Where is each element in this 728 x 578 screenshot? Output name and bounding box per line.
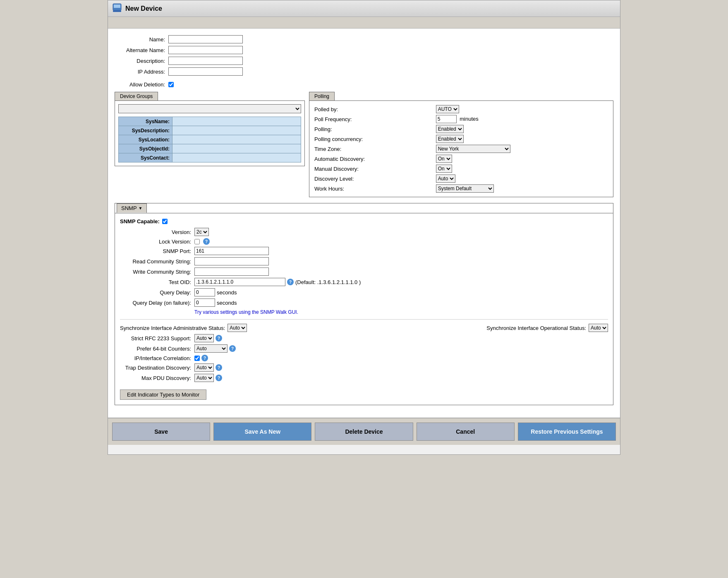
snmp-query-delay-failure-input[interactable]	[194, 299, 215, 307]
snmp-tab-label: SNMP	[121, 205, 137, 211]
polling-row: Polling: Enabled	[313, 124, 610, 134]
snmp-walk-link[interactable]: Try various settings using the SNMP Walk…	[194, 309, 298, 315]
snmp-query-delay-input[interactable]	[194, 288, 215, 296]
time-zone-select[interactable]: New York	[436, 145, 510, 153]
description-row: Description:	[115, 57, 613, 65]
device-groups-select-row	[118, 104, 301, 113]
svg-rect-2	[113, 10, 121, 12]
polling-cell: Enabled	[434, 124, 610, 134]
table-row: SysContact:	[119, 153, 301, 162]
table-row: SysLocation:	[119, 135, 301, 144]
manual-discovery-select[interactable]: On	[436, 165, 452, 173]
polled-by-select[interactable]: AUTO	[436, 105, 459, 113]
discovery-level-label: Discovery Level:	[313, 174, 434, 184]
basic-fields: Name: Alternate Name: Description: IP Ad…	[115, 35, 613, 76]
snmp-read-community-input[interactable]	[194, 257, 269, 265]
polling-concurrency-select[interactable]: Enabled	[436, 135, 464, 143]
snmp-query-delay-label: Query Delay:	[120, 289, 194, 296]
polling-content: Polled by: AUTO Poll Frequency:	[309, 101, 613, 197]
name-label: Name:	[115, 36, 168, 43]
ip-correlation-help-icon[interactable]: ?	[201, 355, 208, 361]
snmp-port-input[interactable]	[194, 247, 269, 255]
svg-rect-1	[114, 5, 120, 8]
lock-version-help-icon[interactable]: ?	[203, 238, 210, 245]
polling-concurrency-label: Polling concurrency:	[313, 134, 434, 144]
sync-admin-left: Synchronize Interface Administrative Sta…	[120, 324, 247, 332]
sys-objectid-value	[172, 144, 301, 153]
ip-correlation-checkbox[interactable]	[194, 356, 200, 361]
name-input[interactable]	[168, 35, 243, 43]
restore-button[interactable]: Restore Previous Settings	[518, 423, 616, 441]
ip-address-label: IP Address:	[115, 69, 168, 75]
allow-deletion-checkbox[interactable]	[168, 82, 174, 87]
snmp-port-row: SNMP Port:	[120, 247, 608, 255]
page-title: New Device	[125, 5, 162, 12]
snmp-test-oid-input[interactable]	[194, 278, 285, 286]
snmp-section: SNMP ▼ SNMP Capable: Version: 2c 1 3	[115, 203, 613, 405]
snmp-version-select[interactable]: 2c 1 3	[194, 228, 209, 236]
sync-oper-label: Synchronize Interface Operational Status…	[486, 325, 586, 331]
snmp-tab[interactable]: SNMP ▼	[117, 203, 147, 213]
polling-select[interactable]: Enabled	[436, 125, 464, 133]
trap-dest-select[interactable]: Auto	[194, 363, 214, 372]
edit-indicator-button[interactable]: Edit Indicator Types to Monitor	[120, 389, 206, 400]
device-groups-tab[interactable]: Device Groups	[115, 92, 158, 101]
snmp-capable-checkbox[interactable]	[162, 219, 168, 224]
snmp-walk-row: Try various settings using the SNMP Walk…	[194, 309, 608, 315]
test-oid-help-icon[interactable]: ?	[287, 279, 294, 285]
manual-discovery-row: Manual Discovery: On	[313, 164, 610, 174]
discovery-level-row: Discovery Level: Auto	[313, 174, 610, 184]
snmp-version-row: Version: 2c 1 3	[120, 228, 608, 236]
prefer-64-row: Prefer 64-bit Counters: Auto ?	[120, 344, 608, 353]
auto-discovery-row: Automatic Discovery: On	[313, 154, 610, 164]
work-hours-cell: System Default	[434, 184, 610, 193]
snmp-write-community-label: Write Community String:	[120, 269, 194, 275]
ip-correlation-row: IP/Interface Correlation: ?	[120, 355, 608, 361]
sys-name-value	[172, 117, 301, 126]
snmp-capable-label: SNMP Capable:	[120, 218, 160, 225]
snmp-port-label: SNMP Port:	[120, 248, 194, 254]
strict-rfc-select[interactable]: Auto	[194, 334, 214, 342]
alternate-name-input[interactable]	[168, 46, 243, 54]
table-row: SysDescription:	[119, 126, 301, 135]
manual-discovery-cell: On	[434, 164, 610, 174]
ip-address-input[interactable]	[168, 67, 243, 76]
cancel-button[interactable]: Cancel	[417, 423, 515, 441]
snmp-write-community-input[interactable]	[194, 268, 269, 276]
auto-discovery-select[interactable]: On	[436, 155, 452, 163]
polling-tab[interactable]: Polling	[309, 92, 335, 101]
strict-rfc-help-icon[interactable]: ?	[216, 335, 222, 342]
polling-concurrency-cell: Enabled	[434, 134, 610, 144]
trap-dest-help-icon[interactable]: ?	[216, 364, 222, 371]
sync-admin-select[interactable]: Auto	[228, 324, 247, 332]
save-button[interactable]: Save	[112, 423, 210, 441]
max-pdu-select[interactable]: Auto	[194, 374, 214, 382]
prefer-64-help-icon[interactable]: ?	[229, 345, 236, 352]
max-pdu-help-icon[interactable]: ?	[216, 375, 222, 381]
work-hours-select[interactable]: System Default	[436, 184, 494, 193]
description-input[interactable]	[168, 57, 243, 65]
snmp-tab-arrow-icon: ▼	[139, 206, 143, 210]
save-as-new-button[interactable]: Save As New	[213, 423, 311, 441]
ip-correlation-label: IP/Interface Correlation:	[120, 355, 194, 361]
sys-contact-value	[172, 153, 301, 162]
lock-version-checkbox[interactable]	[194, 239, 200, 244]
delete-device-button[interactable]: Delete Device	[315, 423, 413, 441]
sync-oper-select[interactable]: Auto	[589, 324, 608, 332]
snmp-body: SNMP Capable: Version: 2c 1 3 Lock Versi…	[115, 213, 613, 405]
prefer-64-select[interactable]: Auto	[194, 344, 228, 353]
strict-rfc-row: Strict RFC 2233 Support: Auto ?	[120, 334, 608, 342]
snmp-read-community-label: Read Community String:	[120, 258, 194, 265]
discovery-level-select[interactable]: Auto	[436, 174, 455, 183]
polling-table: Polled by: AUTO Poll Frequency:	[313, 104, 610, 193]
table-row: SysObjectId:	[119, 144, 301, 153]
ip-address-row: IP Address:	[115, 67, 613, 76]
discovery-level-cell: Auto	[434, 174, 610, 184]
auto-discovery-label: Automatic Discovery:	[313, 154, 434, 164]
lock-version-controls: ?	[194, 238, 210, 245]
device-groups-dropdown[interactable]	[118, 104, 301, 113]
allow-deletion-row: Allow Deletion:	[115, 81, 613, 88]
sys-description-value	[172, 126, 301, 135]
poll-frequency-row: Poll Frequency: minutes	[313, 114, 610, 124]
poll-frequency-input[interactable]	[436, 115, 457, 123]
